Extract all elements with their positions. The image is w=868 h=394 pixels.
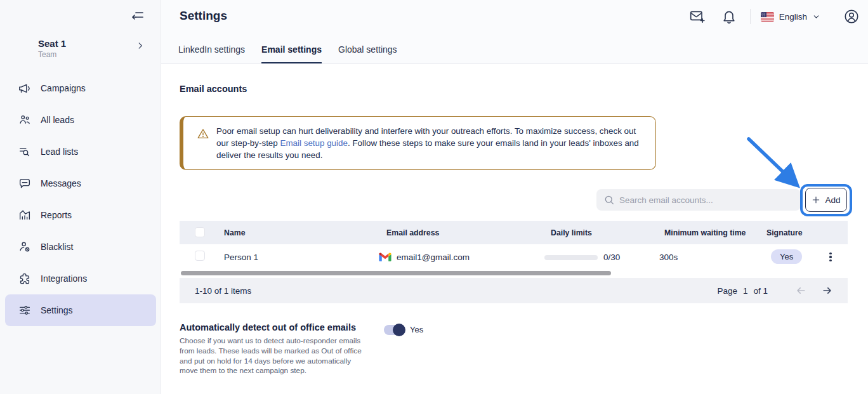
account-name: Person 1 bbox=[224, 253, 258, 262]
tab-linkedin-settings[interactable]: LinkedIn settings bbox=[178, 39, 245, 63]
email-setup-guide-link[interactable]: Email setup guide bbox=[280, 138, 347, 148]
seat-selector[interactable]: Seat 1 Team bbox=[0, 37, 161, 65]
daily-limit-value: 0/30 bbox=[603, 253, 620, 262]
sidebar-item-label: Campaigns bbox=[41, 83, 86, 93]
ooo-toggle-label: Yes bbox=[410, 325, 423, 334]
search-email-accounts bbox=[596, 189, 801, 211]
gmail-icon bbox=[379, 252, 391, 262]
profile-avatar-icon[interactable] bbox=[843, 8, 860, 25]
us-flag-icon bbox=[761, 12, 774, 22]
sidebar-item-all-leads[interactable]: All leads bbox=[5, 104, 156, 136]
col-signature: Signature bbox=[766, 228, 803, 237]
daily-limit-progress-bar bbox=[544, 255, 598, 260]
table-pagination: 1-10 of 1 items Page 1 of 1 bbox=[180, 278, 848, 303]
add-button-label: Add bbox=[825, 195, 840, 205]
megaphone-icon bbox=[18, 81, 32, 95]
pagination-controls: Page 1 of 1 bbox=[717, 284, 834, 297]
sidebar-item-label: Reports bbox=[41, 210, 72, 220]
sidebar-collapse-icon[interactable] bbox=[130, 9, 145, 24]
sidebar-item-campaigns[interactable]: Campaigns bbox=[5, 72, 156, 104]
sidebar-nav: Campaigns All leads Lead lists bbox=[0, 72, 161, 326]
min-wait-value: 300s bbox=[659, 253, 678, 262]
page-title: Settings bbox=[180, 9, 227, 23]
search-input[interactable] bbox=[619, 189, 797, 211]
topbar: Settings LinkedIn settings Email setting… bbox=[161, 0, 868, 64]
chart-icon bbox=[18, 208, 32, 222]
main-area: Settings LinkedIn settings Email setting… bbox=[161, 0, 868, 394]
seat-type: Team bbox=[38, 50, 56, 59]
account-email: email1@gmail.com bbox=[397, 253, 470, 262]
sidebar-item-label: All leads bbox=[41, 115, 74, 125]
select-all-checkbox[interactable] bbox=[195, 227, 205, 237]
sidebar-item-integrations[interactable]: Integrations bbox=[5, 263, 156, 294]
email-accounts-table: Name Email address Daily limits Minimum … bbox=[180, 221, 848, 303]
ooo-section-title: Automatically detect out of office email… bbox=[180, 322, 356, 332]
sidebar-item-label: Lead lists bbox=[41, 147, 78, 157]
warning-triangle-icon bbox=[196, 127, 210, 141]
deliverability-warning-banner: Poor email setup can hurt deliverability… bbox=[180, 116, 656, 170]
puzzle-icon bbox=[18, 272, 32, 286]
next-page-icon[interactable] bbox=[821, 284, 834, 297]
message-icon bbox=[18, 176, 32, 190]
section-title: Email accounts bbox=[180, 84, 247, 94]
scrollbar-thumb[interactable] bbox=[181, 271, 611, 275]
mail-plus-icon[interactable] bbox=[689, 8, 706, 25]
plus-icon bbox=[812, 195, 820, 204]
sidebar: Seat 1 Team Campaigns bbox=[0, 0, 161, 394]
seat-name: Seat 1 bbox=[38, 38, 66, 49]
tab-email-settings[interactable]: Email settings bbox=[261, 39, 322, 63]
table-row: Person 1 email1@gmail.com 0/30 300s Yes bbox=[180, 244, 848, 270]
chevron-right-icon bbox=[136, 41, 145, 50]
sidebar-item-lead-lists[interactable]: Lead lists bbox=[5, 136, 156, 167]
row-menu-kebab-icon[interactable] bbox=[823, 249, 838, 265]
signature-badge: Yes bbox=[771, 249, 802, 264]
row-checkbox[interactable] bbox=[195, 251, 205, 261]
col-daily-limits: Daily limits bbox=[551, 228, 592, 237]
ooo-toggle[interactable] bbox=[384, 325, 405, 335]
list-search-icon bbox=[18, 145, 32, 159]
toggle-knob bbox=[393, 324, 405, 336]
app-window: Seat 1 Team Campaigns bbox=[0, 0, 868, 394]
add-email-account-button[interactable]: Add bbox=[805, 188, 847, 212]
annotation-arrow bbox=[732, 134, 808, 192]
topbar-actions: English bbox=[689, 8, 860, 25]
people-icon bbox=[18, 113, 32, 127]
page-current: 1 bbox=[743, 286, 748, 296]
sidebar-item-label: Blacklist bbox=[41, 242, 73, 252]
notifications-bell-icon[interactable] bbox=[721, 8, 737, 25]
sidebar-item-blacklist[interactable]: Blacklist bbox=[5, 231, 156, 263]
sidebar-item-messages[interactable]: Messages bbox=[5, 167, 156, 199]
warning-text: Poor email setup can hurt deliverability… bbox=[216, 125, 645, 161]
chevron-down-icon bbox=[812, 13, 820, 21]
previous-page-icon[interactable] bbox=[794, 284, 807, 297]
user-blocked-icon bbox=[18, 240, 32, 254]
items-count: 1-10 of 1 items bbox=[195, 286, 251, 296]
col-name: Name bbox=[224, 228, 246, 237]
language-label: English bbox=[779, 12, 807, 22]
col-min-waiting-time: Minimum waiting time bbox=[664, 228, 746, 237]
sliders-icon bbox=[18, 303, 32, 317]
ooo-description: Choose if you want us to detect auto-res… bbox=[180, 336, 366, 376]
settings-tabs: LinkedIn settings Email settings Global … bbox=[178, 39, 397, 63]
tab-global-settings[interactable]: Global settings bbox=[338, 39, 397, 63]
language-selector[interactable]: English bbox=[761, 12, 820, 22]
col-email-address: Email address bbox=[386, 228, 439, 237]
sidebar-item-label: Integrations bbox=[41, 273, 87, 284]
sidebar-item-reports[interactable]: Reports bbox=[5, 199, 156, 231]
sidebar-item-label: Settings bbox=[41, 305, 73, 315]
horizontal-scrollbar bbox=[180, 270, 848, 278]
page-indicator: Page 1 of 1 bbox=[717, 286, 768, 296]
sidebar-item-label: Messages bbox=[41, 178, 81, 188]
search-icon bbox=[603, 194, 615, 206]
table-header-row: Name Email address Daily limits Minimum … bbox=[180, 221, 848, 244]
email-settings-panel: Email accounts Poor email setup can hurt… bbox=[161, 64, 868, 394]
divider bbox=[750, 9, 751, 24]
sidebar-item-settings[interactable]: Settings bbox=[5, 294, 156, 326]
